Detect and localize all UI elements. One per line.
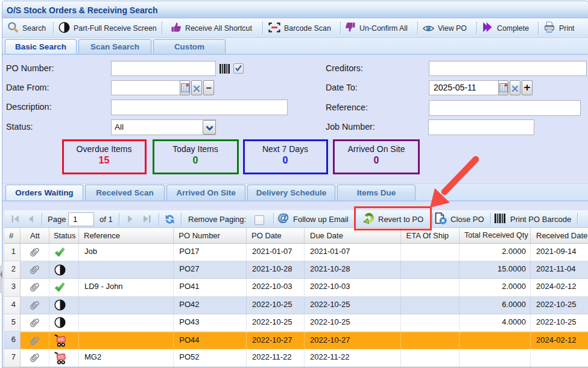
svg-text:@: @	[277, 212, 289, 224]
